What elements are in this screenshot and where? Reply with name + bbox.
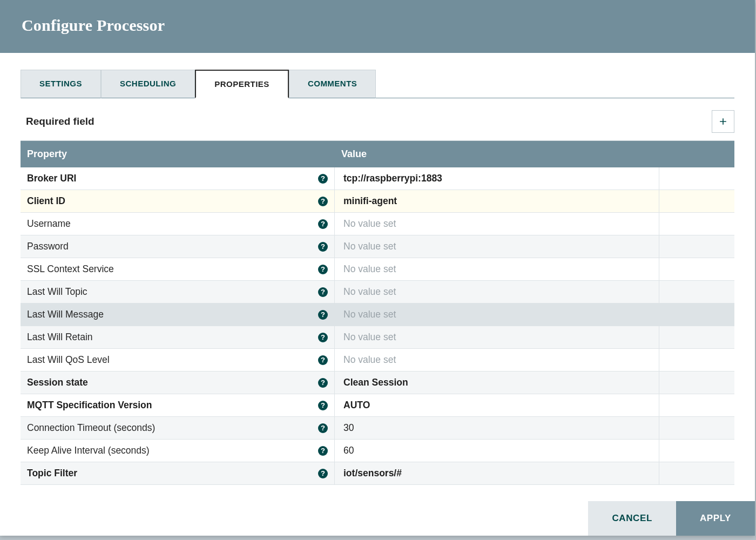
help-icon[interactable]: ? <box>318 287 328 297</box>
column-header-property: Property <box>21 141 335 167</box>
dialog-body: SETTINGSSCHEDULINGPROPERTIESCOMMENTS Req… <box>0 53 755 501</box>
property-name-label: Broker URI <box>27 173 76 184</box>
property-action-cell <box>659 417 734 439</box>
table-row[interactable]: Client ID?minifi-agent <box>21 190 734 213</box>
property-action-cell <box>659 372 734 394</box>
property-action-cell <box>659 235 734 258</box>
property-value-cell[interactable]: minifi-agent <box>335 190 659 212</box>
property-name-label: Client ID <box>27 195 65 207</box>
table-row[interactable]: Session state?Clean Session <box>21 372 734 394</box>
apply-button[interactable]: APPLY <box>676 501 755 536</box>
table-row[interactable]: Last Will Retain?No value set <box>21 326 734 349</box>
property-name-label: Last Will Topic <box>27 286 87 298</box>
table-row[interactable]: Username?No value set <box>21 213 734 235</box>
help-icon[interactable]: ? <box>318 174 328 184</box>
required-field-label: Required field <box>26 116 94 127</box>
property-name-label: MQTT Specification Version <box>27 400 152 411</box>
property-name-cell: Client ID? <box>21 190 335 212</box>
property-name-cell: Broker URI? <box>21 167 335 190</box>
property-name-label: Session state <box>27 377 88 388</box>
required-field-row: Required field <box>21 98 734 140</box>
column-header-value: Value <box>335 141 734 167</box>
property-action-cell <box>659 326 734 348</box>
help-icon[interactable]: ? <box>318 378 328 388</box>
tab-scheduling[interactable]: SCHEDULING <box>101 70 195 98</box>
help-icon[interactable]: ? <box>318 219 328 229</box>
property-action-cell <box>659 349 734 371</box>
property-value-cell[interactable]: 30 <box>335 417 659 439</box>
help-icon[interactable]: ? <box>318 401 328 410</box>
property-name-label: SSL Context Service <box>27 264 114 275</box>
table-body[interactable]: Broker URI?tcp://raspberrypi:1883Client … <box>21 167 734 501</box>
property-value-cell[interactable]: No value set <box>335 235 659 258</box>
property-name-cell: Last Will QoS Level? <box>21 349 335 371</box>
property-name-label: Connection Timeout (seconds) <box>27 422 155 434</box>
properties-table: Property Value Broker URI?tcp://raspberr… <box>21 140 734 501</box>
property-value-cell[interactable]: No value set <box>335 349 659 371</box>
property-name-cell: Last Will Message? <box>21 303 335 326</box>
help-icon[interactable]: ? <box>318 265 328 274</box>
help-icon[interactable]: ? <box>318 310 328 320</box>
property-name-label: Topic Filter <box>27 468 77 479</box>
property-name-cell: Password? <box>21 235 335 258</box>
table-row[interactable]: Password?No value set <box>21 235 734 258</box>
help-icon[interactable]: ? <box>318 242 328 252</box>
property-action-cell <box>659 394 734 416</box>
property-name-cell: Topic Filter? <box>21 462 335 484</box>
property-value-cell[interactable]: No value set <box>335 281 659 303</box>
help-icon[interactable]: ? <box>318 355 328 365</box>
property-value-cell[interactable]: No value set <box>335 258 659 280</box>
property-action-cell <box>659 440 734 462</box>
table-row[interactable]: Keep Alive Interval (seconds)?60 <box>21 440 734 462</box>
property-value-cell[interactable]: Clean Session <box>335 372 659 394</box>
help-icon[interactable]: ? <box>318 446 328 456</box>
property-name-cell: Connection Timeout (seconds)? <box>21 417 335 439</box>
property-value-cell[interactable]: tcp://raspberrypi:1883 <box>335 167 659 190</box>
help-icon[interactable]: ? <box>318 333 328 342</box>
tab-settings[interactable]: SETTINGS <box>21 70 101 98</box>
property-name-cell: SSL Context Service? <box>21 258 335 280</box>
add-property-button[interactable] <box>712 110 734 133</box>
table-row[interactable]: Last Will Topic?No value set <box>21 281 734 303</box>
property-action-cell <box>659 167 734 190</box>
property-value-cell[interactable]: iot/sensors/# <box>335 462 659 484</box>
configure-processor-dialog: Configure Processor SETTINGSSCHEDULINGPR… <box>0 0 755 536</box>
property-action-cell <box>659 462 734 484</box>
property-action-cell <box>659 190 734 212</box>
tab-comments[interactable]: COMMENTS <box>289 70 376 98</box>
cancel-button[interactable]: CANCEL <box>588 501 676 536</box>
dialog-backdrop: Received 0 → 0 (0 bytes) 5 min Configure… <box>0 0 756 540</box>
table-row[interactable]: MQTT Specification Version?AUTO <box>21 394 734 417</box>
help-icon[interactable]: ? <box>318 469 328 478</box>
dialog-title: Configure Processor <box>22 16 733 35</box>
table-row[interactable]: SSL Context Service?No value set <box>21 258 734 281</box>
property-value-cell[interactable]: No value set <box>335 213 659 235</box>
property-value-cell[interactable]: AUTO <box>335 394 659 416</box>
property-action-cell <box>659 213 734 235</box>
table-row[interactable]: Broker URI?tcp://raspberrypi:1883 <box>21 167 734 190</box>
table-row[interactable]: Last Will QoS Level?No value set <box>21 349 734 372</box>
plus-icon <box>718 116 728 127</box>
property-name-cell: Session state? <box>21 372 335 394</box>
property-name-label: Keep Alive Interval (seconds) <box>27 445 150 456</box>
property-name-cell: MQTT Specification Version? <box>21 394 335 416</box>
property-action-cell <box>659 281 734 303</box>
property-name-cell: Keep Alive Interval (seconds)? <box>21 440 335 462</box>
property-value-cell[interactable]: No value set <box>335 303 659 326</box>
help-icon[interactable]: ? <box>318 423 328 433</box>
dialog-footer: CANCEL APPLY <box>0 501 755 536</box>
property-name-label: Last Will QoS Level <box>27 354 110 366</box>
property-name-label: Last Will Retain <box>27 332 93 343</box>
property-value-cell[interactable]: No value set <box>335 326 659 348</box>
property-name-cell: Last Will Retain? <box>21 326 335 348</box>
property-value-cell[interactable]: 60 <box>335 440 659 462</box>
help-icon[interactable]: ? <box>318 197 328 206</box>
property-name-label: Password <box>27 241 69 252</box>
table-row[interactable]: Last Will Message?No value set <box>21 303 734 326</box>
property-name-cell: Username? <box>21 213 335 235</box>
table-row[interactable]: Connection Timeout (seconds)?30 <box>21 417 734 440</box>
dialog-header: Configure Processor <box>0 0 755 53</box>
property-name-label: Last Will Message <box>27 309 104 320</box>
table-row[interactable]: Topic Filter?iot/sensors/# <box>21 462 734 485</box>
tab-properties[interactable]: PROPERTIES <box>195 70 289 98</box>
